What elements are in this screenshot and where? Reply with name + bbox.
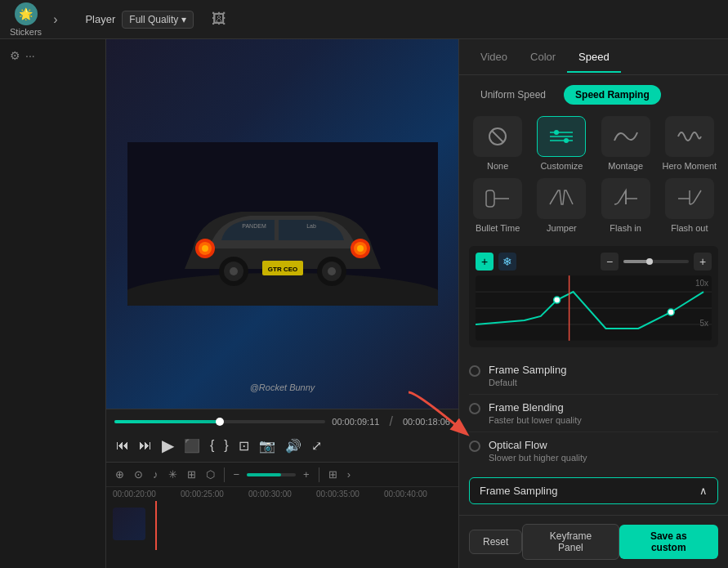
interp-sub-optical-flow: Slower but higher quality [489,453,718,463]
track-item[interactable] [113,508,145,540]
preset-hero-moment[interactable]: Hero Moment [661,116,718,172]
timeline-tracks [106,501,458,550]
preset-hero-moment-label: Hero Moment [663,160,717,172]
uniform-speed-btn[interactable]: Uniform Speed [469,85,557,105]
svg-point-23 [554,130,559,135]
camera-btn[interactable]: 📷 [257,436,277,455]
preset-montage-label: Montage [608,160,643,172]
interp-title-frame-sampling: Frame Sampling [489,364,718,376]
preset-flash-out-label: Flash out [671,222,708,234]
customize-svg [547,124,576,149]
reset-button[interactable]: Reset [469,530,522,554]
timeline-music-btn[interactable]: ♪ [150,466,161,483]
progress-bar-container: 00:00:09:11 / 00:00:18:06 [114,414,450,429]
crop-btn[interactable]: ⊡ [237,436,251,455]
preset-flash-in[interactable]: Flash in [597,178,654,234]
sg-snowflake-btn[interactable]: ❄ [498,253,516,271]
timeline-plus-btn[interactable]: + [301,466,312,483]
preset-jumper[interactable]: Jumper [533,178,590,234]
right-panel: Video Color Speed Uniform Speed Speed Ra… [458,39,728,568]
sg-zoom-track[interactable] [623,260,689,263]
preset-none[interactable]: None [469,116,526,172]
keyframe-panel-button[interactable]: Keyframe Panel [522,524,619,560]
interp-title-frame-blending: Frame Blending [489,401,718,414]
preset-montage[interactable]: Montage [597,116,654,172]
sg-add-btn[interactable]: + [476,253,494,271]
preset-none-label: None [487,160,508,172]
preset-bullet-time[interactable]: Bullet Time [469,178,526,234]
speed-ramping-btn[interactable]: Speed Ramping [564,85,661,105]
timeline-effects-btn[interactable]: ✳ [166,466,180,483]
jumper-svg [547,186,576,211]
preset-none-icon [473,116,522,157]
car-svg: GTR CEO PANDEM Lab [127,142,438,306]
timeline-record-btn[interactable]: ⊙ [132,466,145,483]
tl-zoom-fill [247,473,281,476]
quality-chevron: ▾ [181,14,186,25]
stickers-button[interactable]: 🌟 Stickers [10,2,42,37]
fullscreen-btn[interactable]: ⤢ [310,436,324,455]
filter-icon[interactable]: ⚙ [10,49,20,62]
timeline-grid-btn[interactable]: ⊞ [326,466,340,483]
playhead [155,501,157,550]
preset-hero-moment-icon [665,116,714,157]
svg-point-24 [564,138,569,143]
preset-customize[interactable]: Customize [533,116,590,172]
timeline-overlay-btn[interactable]: ⊞ [185,466,199,483]
frame-sampling-dropdown[interactable]: Frame Sampling ∧ [469,477,718,504]
sg-minus-btn[interactable]: − [601,253,619,271]
save-custom-button[interactable]: Save as custom [619,525,718,559]
interp-frame-blending[interactable]: Frame Blending Faster but lower quality [469,395,718,432]
preset-bullet-time-icon [473,178,522,219]
tab-color[interactable]: Color [519,42,567,73]
stop-btn[interactable]: ⬛ [182,436,202,455]
preset-flash-in-icon [601,178,650,219]
panel-tabs: Video Color Speed [459,39,728,75]
expand-chevron[interactable]: › [50,9,60,30]
step-back-btn[interactable]: ⏭ [137,436,154,454]
image-icon[interactable]: 🖼 [212,11,226,28]
preset-flash-out[interactable]: Flash out [661,178,718,234]
ruler-mark-5: 00:00:40:00 [384,490,452,499]
interp-frame-sampling[interactable]: Frame Sampling Default [469,357,718,395]
mark-in-btn[interactable]: { [208,436,216,454]
svg-text:Lab: Lab [306,223,316,229]
play-btn[interactable]: ▶ [160,434,176,457]
tab-speed[interactable]: Speed [567,42,621,73]
interp-optical-flow[interactable]: Optical Flow Slower but higher quality [469,432,718,469]
progress-bar[interactable] [114,420,325,423]
overlay-text: @Rocket Bunny [250,382,315,392]
quality-dropdown[interactable]: Full Quality ▾ [122,11,194,29]
preset-customize-label: Customize [540,160,583,172]
sg-plus-btn[interactable]: + [694,253,712,271]
controls-row: ⏮ ⏭ ▶ ⬛ { } ⊡ 📷 🔊 ⤢ [114,434,450,457]
preset-flash-in-label: Flash in [610,222,641,234]
timeline-add-btn[interactable]: ⊕ [113,466,127,483]
svg-point-15 [328,267,336,275]
progress-thumb [216,418,224,426]
timeline-sticker-btn[interactable]: ⬡ [203,466,217,483]
speed-graph-svg [476,275,712,341]
ruler-mark-1: 00:00:20:00 [113,490,181,499]
interp-sub-frame-blending: Faster but lower quality [489,415,718,425]
dropdown-label: Frame Sampling [480,485,557,497]
preset-grid: None Customize [469,116,718,235]
timeline-minus-btn[interactable]: − [231,466,243,483]
sg-label-10x: 10x [695,279,708,288]
svg-point-36 [668,309,674,315]
sg-label-5x: 5x [699,319,708,328]
volume-btn[interactable]: 🔊 [284,436,303,455]
preset-customize-icon [537,116,586,157]
more-icon[interactable]: ··· [25,49,35,62]
hero-moment-svg [675,124,704,149]
rewind-btn[interactable]: ⏮ [114,436,131,454]
flash-out-svg [675,186,704,211]
mark-out-btn[interactable]: } [222,436,230,454]
svg-point-35 [554,297,561,303]
timeline-chevron-btn[interactable]: › [345,466,353,483]
tab-video[interactable]: Video [469,42,519,73]
tl-zoom-track[interactable] [247,473,296,476]
speed-graph[interactable]: 10x 5x [476,275,712,341]
none-svg [483,124,512,149]
top-bar: 🌟 Stickers › Player Full Quality ▾ 🖼 [0,0,728,39]
